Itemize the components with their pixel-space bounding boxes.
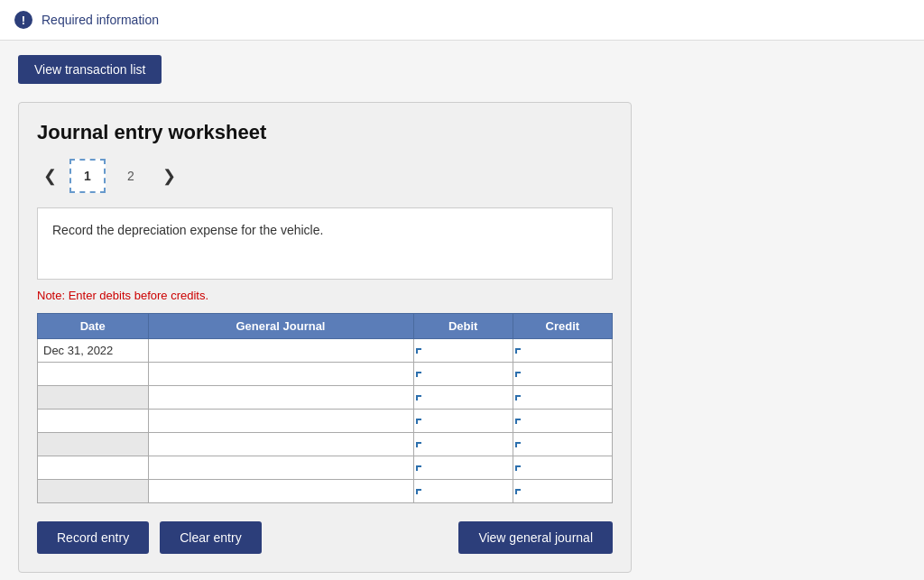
debit-cell-2[interactable] <box>413 386 513 410</box>
credit-input-4[interactable] <box>513 433 612 456</box>
top-bar: ! Required information <box>0 0 924 41</box>
gj-cell-6[interactable] <box>148 480 413 503</box>
gj-cell-3[interactable] <box>148 410 413 433</box>
credit-input-5[interactable] <box>513 456 612 479</box>
instruction-box: Record the depreciation expense for the … <box>37 207 613 280</box>
date-cell-2 <box>38 386 149 410</box>
worksheet-card: Journal entry worksheet ❮ 1 2 ❯ Record t… <box>18 102 632 573</box>
record-entry-button[interactable]: Record entry <box>37 521 149 554</box>
buttons-row: Record entry Clear entry View general jo… <box>37 521 613 554</box>
view-general-journal-button[interactable]: View general journal <box>458 521 613 554</box>
table-row <box>38 410 613 433</box>
gj-cell-5[interactable] <box>148 456 413 480</box>
credit-cell-1[interactable] <box>513 363 612 386</box>
gj-input-6[interactable] <box>149 480 413 502</box>
debit-cell-6[interactable] <box>413 480 513 503</box>
next-page-button[interactable]: ❯ <box>156 163 181 189</box>
gj-input-1[interactable] <box>149 363 413 385</box>
gj-input-0[interactable] <box>149 339 413 362</box>
credit-input-2[interactable] <box>513 386 612 409</box>
col-header-date: Date <box>38 314 149 339</box>
table-row <box>38 480 613 503</box>
required-info-label: Required information <box>42 13 159 27</box>
col-header-credit: Credit <box>513 314 612 339</box>
col-header-debit: Debit <box>413 314 513 339</box>
debit-input-6[interactable] <box>414 480 513 502</box>
debit-cell-3[interactable] <box>413 410 513 433</box>
pagination: ❮ 1 2 ❯ <box>37 159 613 193</box>
note-text: Note: Enter debits before credits. <box>37 289 613 302</box>
debit-cell-1[interactable] <box>413 363 513 386</box>
gj-cell-4[interactable] <box>148 433 413 456</box>
credit-cell-0[interactable] <box>513 339 612 363</box>
credit-input-0[interactable] <box>513 339 612 362</box>
debit-input-5[interactable] <box>414 456 513 479</box>
col-header-gj: General Journal <box>148 314 413 339</box>
table-row <box>38 386 613 410</box>
credit-cell-5[interactable] <box>513 456 612 480</box>
clear-entry-button[interactable]: Clear entry <box>160 521 261 554</box>
page-tab-1[interactable]: 1 <box>69 159 106 193</box>
debit-input-0[interactable] <box>414 339 513 362</box>
date-cell-4 <box>38 433 149 456</box>
gj-input-4[interactable] <box>149 433 413 456</box>
view-transaction-button[interactable]: View transaction list <box>18 55 162 84</box>
date-cell-3 <box>38 410 149 433</box>
instruction-text: Record the depreciation expense for the … <box>52 223 323 237</box>
gj-input-2[interactable] <box>149 386 413 409</box>
journal-table: Date General Journal Debit Credit Dec 31… <box>37 313 613 503</box>
credit-cell-4[interactable] <box>513 433 612 456</box>
debit-input-4[interactable] <box>414 433 513 456</box>
table-row <box>38 433 613 456</box>
debit-input-1[interactable] <box>414 363 513 385</box>
main-content: View transaction list Journal entry work… <box>0 41 924 580</box>
page-tab-2[interactable]: 2 <box>113 159 149 193</box>
gj-cell-2[interactable] <box>148 386 413 410</box>
debit-cell-0[interactable] <box>413 339 513 363</box>
credit-input-6[interactable] <box>513 480 612 502</box>
credit-input-1[interactable] <box>513 363 612 385</box>
gj-input-5[interactable] <box>149 456 413 479</box>
date-cell-5 <box>38 456 149 480</box>
date-cell-1 <box>38 363 149 386</box>
gj-cell-1[interactable] <box>148 363 413 386</box>
worksheet-title: Journal entry worksheet <box>37 121 613 144</box>
date-cell-0: Dec 31, 2022 <box>38 339 149 363</box>
prev-page-button[interactable]: ❮ <box>37 163 62 189</box>
debit-input-3[interactable] <box>414 410 513 432</box>
table-row <box>38 363 613 386</box>
gj-input-3[interactable] <box>149 410 413 432</box>
credit-cell-6[interactable] <box>513 480 612 503</box>
gj-cell-0[interactable] <box>148 339 413 363</box>
alert-icon: ! <box>14 11 32 29</box>
credit-cell-2[interactable] <box>513 386 612 410</box>
date-cell-6 <box>38 480 149 503</box>
debit-cell-4[interactable] <box>413 433 513 456</box>
credit-input-3[interactable] <box>513 410 612 432</box>
debit-cell-5[interactable] <box>413 456 513 480</box>
debit-input-2[interactable] <box>414 386 513 409</box>
table-row: Dec 31, 2022 <box>38 339 613 363</box>
table-row <box>38 456 613 480</box>
credit-cell-3[interactable] <box>513 410 612 433</box>
